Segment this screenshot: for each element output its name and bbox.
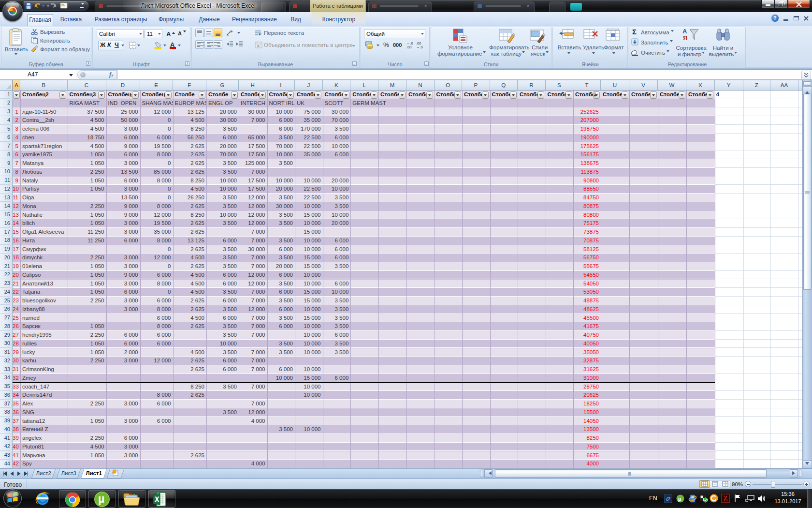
- svg-text:µ: µ: [678, 496, 681, 502]
- svg-text:µ: µ: [98, 493, 104, 505]
- svg-text:А: А: [682, 28, 687, 35]
- svg-text:a: a: [257, 44, 260, 48]
- svg-text:Я: Я: [683, 34, 687, 42]
- svg-text:→.0: →.0: [416, 45, 423, 49]
- svg-text:.00: .00: [406, 45, 411, 49]
